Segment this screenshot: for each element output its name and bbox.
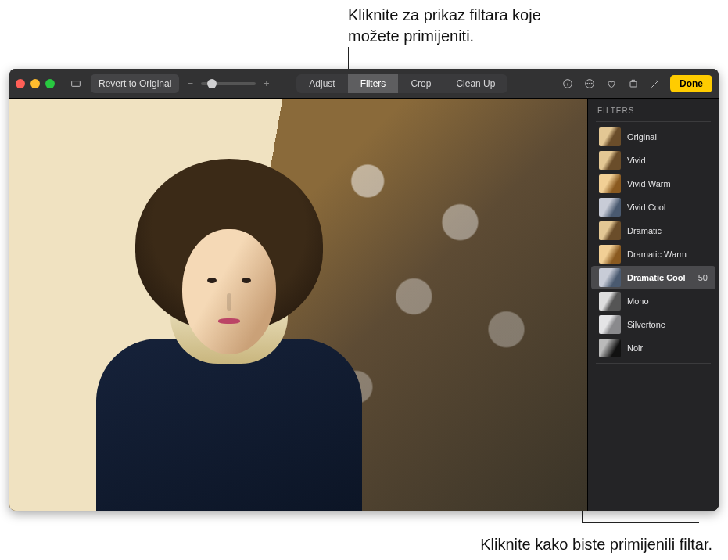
photos-edit-window: Revert to Original − + Adjust Filters Cr… xyxy=(9,69,719,511)
filter-item[interactable]: Dramatic Warm xyxy=(591,242,715,266)
callout-leader xyxy=(582,522,699,523)
filter-thumbnail xyxy=(599,127,621,146)
filter-item[interactable]: Original xyxy=(591,125,715,149)
filter-name-label: Original xyxy=(627,132,708,142)
rotate-icon[interactable] xyxy=(623,74,644,93)
filter-thumbnail xyxy=(599,151,621,170)
filter-thumbnail xyxy=(599,198,621,217)
filter-thumbnail xyxy=(599,174,621,193)
filter-thumbnail xyxy=(599,292,621,311)
filter-name-label: Mono xyxy=(627,296,708,306)
zoom-minus-label: − xyxy=(187,77,193,89)
editor-body: FILTERS OriginalVividVivid WarmVivid Coo… xyxy=(9,99,719,511)
divider xyxy=(596,121,711,122)
zoom-plus-label: + xyxy=(264,77,270,89)
filter-item[interactable]: Dramatic xyxy=(591,219,715,242)
filter-item[interactable]: Mono xyxy=(591,289,715,313)
tab-cleanup[interactable]: Clean Up xyxy=(443,74,507,93)
filter-intensity-value: 50 xyxy=(698,273,708,282)
zoom-slider[interactable] xyxy=(201,82,256,85)
revert-to-original-button[interactable]: Revert to Original xyxy=(91,74,179,93)
filter-name-label: Dramatic xyxy=(627,226,708,235)
sidebar-title: FILTERS xyxy=(588,99,719,120)
filter-name-label: Silvertone xyxy=(627,320,708,329)
minimize-window-button[interactable] xyxy=(30,79,40,88)
tab-adjust[interactable]: Adjust xyxy=(296,74,347,93)
favorite-heart-icon[interactable] xyxy=(601,74,622,93)
svg-point-6 xyxy=(589,83,590,84)
toolbar: Revert to Original − + Adjust Filters Cr… xyxy=(9,69,719,99)
filter-thumbnail xyxy=(599,245,621,264)
filter-thumbnail xyxy=(599,221,621,240)
callout-apply-filter: Kliknite kako biste primijenili filtar. xyxy=(376,534,712,555)
done-button[interactable]: Done xyxy=(670,75,712,92)
close-window-button[interactable] xyxy=(16,79,25,88)
filter-thumbnail xyxy=(599,268,621,287)
tab-filters[interactable]: Filters xyxy=(348,74,399,93)
filter-name-label: Dramatic Cool xyxy=(627,273,692,282)
svg-point-5 xyxy=(587,83,588,84)
filter-list: OriginalVividVivid WarmVivid CoolDramati… xyxy=(588,125,719,360)
photo-subject xyxy=(88,135,370,511)
filter-item[interactable]: Vivid Warm xyxy=(591,172,715,196)
tab-crop[interactable]: Crop xyxy=(398,74,443,93)
zoom-window-button[interactable] xyxy=(45,79,55,88)
filter-name-label: Vivid Warm xyxy=(627,179,708,188)
auto-enhance-icon[interactable] xyxy=(645,74,665,93)
photo-canvas[interactable] xyxy=(9,99,587,511)
filter-item[interactable]: Dramatic Cool50 xyxy=(591,266,715,289)
editor-mode-tabs: Adjust Filters Crop Clean Up xyxy=(296,74,507,93)
filter-name-label: Noir xyxy=(627,343,708,353)
svg-rect-0 xyxy=(72,81,81,86)
svg-rect-8 xyxy=(630,81,637,87)
svg-point-7 xyxy=(591,83,592,84)
filter-name-label: Vivid xyxy=(627,156,708,165)
filter-item[interactable]: Vivid Cool xyxy=(591,196,715,219)
more-icon[interactable] xyxy=(579,74,600,93)
divider xyxy=(596,363,711,364)
aspect-toggle-icon[interactable] xyxy=(66,74,86,93)
info-icon[interactable] xyxy=(558,74,578,93)
filter-item[interactable]: Noir xyxy=(591,336,715,360)
filter-name-label: Dramatic Warm xyxy=(627,249,708,259)
window-controls xyxy=(16,79,55,88)
callout-filters-tab: Kliknite za prikaz filtara koje možete p… xyxy=(348,5,583,47)
filters-sidebar: FILTERS OriginalVividVivid WarmVivid Coo… xyxy=(587,99,719,511)
filter-thumbnail xyxy=(599,339,621,357)
filter-name-label: Vivid Cool xyxy=(627,203,708,212)
filter-item[interactable]: Silvertone xyxy=(591,313,715,336)
filter-item[interactable]: Vivid xyxy=(591,149,715,172)
filter-thumbnail xyxy=(599,315,621,334)
